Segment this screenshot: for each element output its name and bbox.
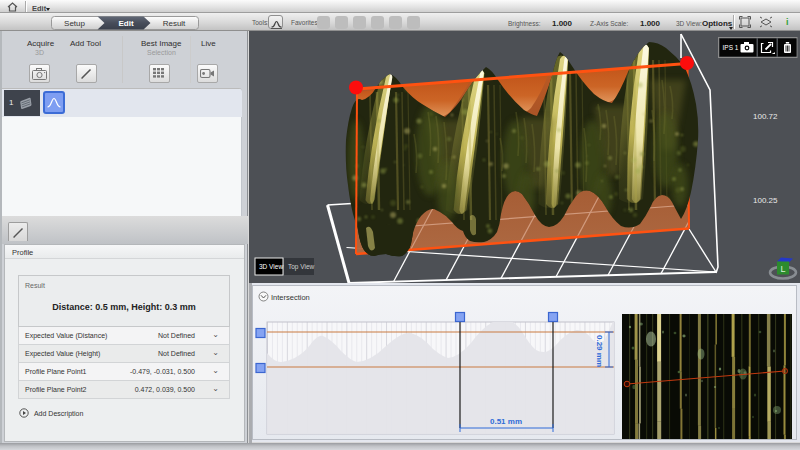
svg-text:Top View: Top View	[288, 263, 315, 271]
svg-text:Edit: Edit	[118, 19, 133, 28]
svg-text:L: L	[781, 264, 786, 274]
svg-text:Intersection: Intersection	[271, 293, 310, 302]
svg-text:0.51 mm: 0.51 mm	[490, 417, 522, 426]
svg-text:Result: Result	[163, 19, 186, 28]
svg-text:100.25: 100.25	[753, 196, 778, 205]
svg-text:3D View: 3D View	[259, 263, 283, 270]
svg-text:100.72: 100.72	[753, 112, 778, 121]
svg-text:0.29 mm: 0.29 mm	[595, 335, 604, 367]
svg-text:IPS 1: IPS 1	[723, 44, 739, 51]
svg-text:Setup: Setup	[64, 19, 85, 28]
